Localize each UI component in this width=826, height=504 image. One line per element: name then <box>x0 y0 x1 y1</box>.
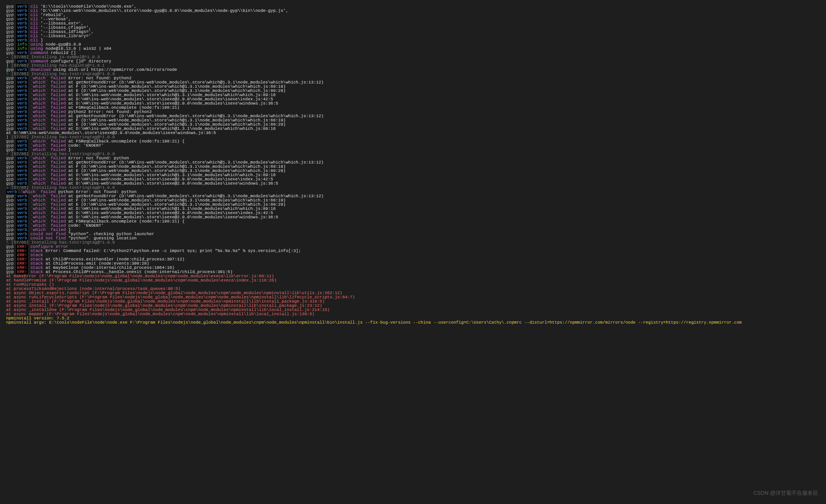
log-line: gyp verb cli '--libsass_ldflags=', <box>6 30 820 34</box>
log-line: gyp ERR! stack Error: Command failed: C:… <box>6 249 820 253</box>
log-line: gyp verb cli 'rebuild', <box>6 13 820 17</box>
log-line: gyp verb `which` failed code: 'ENOENT' <box>6 144 820 148</box>
log-line: gyp verb `which` failed at D:\HR\ins-web… <box>6 182 820 186</box>
log-line: gyp verb cli '--libsass_ext=', <box>6 21 820 26</box>
log-line: gyp verb command rebuild [] <box>6 51 820 55</box>
log-line: at D:\HR\ins-web\node_modules\.store\ise… <box>6 131 820 135</box>
log-line: gyp verb command configure []d" director… <box>6 59 820 64</box>
log-line: gyp verb `which` failed at FSReqCallback… <box>6 219 820 224</box>
log-line: gyp verb could not find "python". guessi… <box>6 236 820 241</box>
log-line: gyp verb cli ] <box>6 38 820 43</box>
log-line: gyp info using node@16.12.0 | win32 | x6… <box>6 47 820 51</box>
log-line: gyp verb cli '--verbose', <box>6 17 820 21</box>
log-line: - [57/65] Installing is-symbol@^1.0.3 <box>6 55 820 59</box>
log-line: gyp verb `which` failed } <box>6 148 820 152</box>
log-line: at handlePromise (F:\Program Files\nodej… <box>6 278 820 283</box>
log-line: npminstall argv: E:\tools\nodeFile\node\… <box>6 321 820 325</box>
log-line: gyp info using node-gyp@3.8.0 <box>6 43 820 47</box>
log-line: gyp verb cli 'D:\\HR\\ins-web\\node_modu… <box>6 9 820 13</box>
log-line: gyp verb download using dist-url https:/… <box>6 68 820 72</box>
log-line: gyp verb cli '--libsass_library=' <box>6 34 820 38</box>
log-line: gyp verb `which` failed code: 'ENOENT' <box>6 224 820 228</box>
log-line: \ [57/65] Installing has-tostringtag@^1.… <box>6 241 820 245</box>
log-line: gyp verb `which` failed at FSReqCallback… <box>6 139 820 144</box>
log-line: gyp verb cli '--libsass_cflags=', <box>6 26 820 30</box>
log-line: at async mapper (F:\Program Files\nodejs… <box>6 312 820 316</box>
terminal-output[interactable]: gyp verb cli 'E:\\tools\\nodeFile\\node\… <box>0 0 826 327</box>
